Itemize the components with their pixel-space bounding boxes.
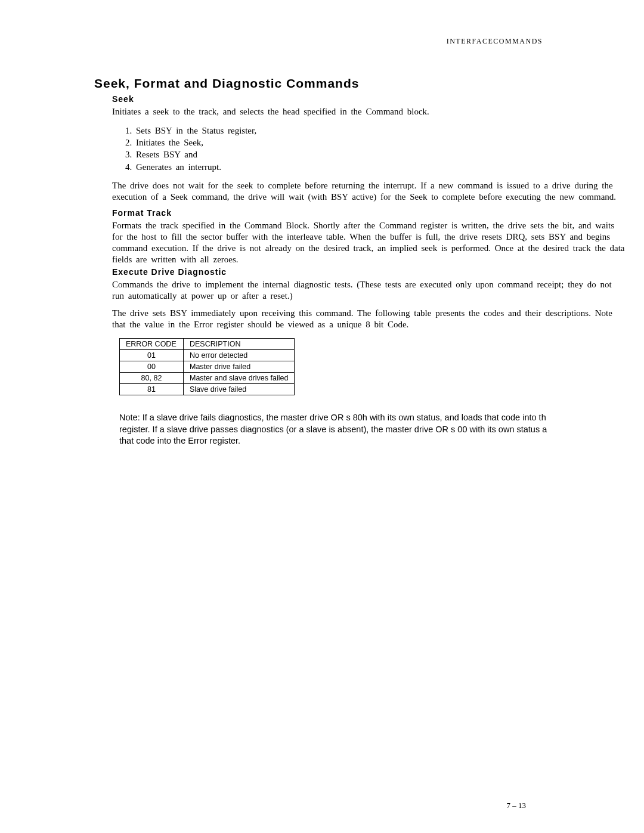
note-line: register. If a slave drive passes diagno… [119,424,549,436]
cell-desc: Master drive failed [184,361,295,373]
header-error-code: ERROR CODE [120,339,184,350]
seek-step: Initiates the Seek, [136,137,549,148]
cell-code: 01 [120,350,184,361]
page-number: 7 – 13 [507,801,527,810]
diag-p2: The drive sets BSY immediately upon rece… [112,308,625,330]
cell-code: 00 [120,361,184,373]
header-description: DESCRIPTION [184,339,295,350]
diag-p1: Commands the drive to implement the inte… [112,279,625,302]
seek-intro: Initiates a seek to the track, and selec… [112,106,625,117]
table-row: 00 Master drive failed [120,361,295,373]
seek-step: Generates an interrupt. [136,161,549,173]
error-code-table: ERROR CODE DESCRIPTION 01 No error detec… [119,338,295,395]
diagnostic-note: Note: If a slave drive fails diagnostics… [119,412,549,447]
cell-desc: Slave drive failed [184,384,295,395]
cell-code: 80, 82 [120,373,184,384]
seek-steps: Sets BSY in the Status register, Initiat… [125,125,549,173]
format-body: Formats the track specified in the Comma… [112,220,625,265]
note-line: Note: If a slave drive fails diagnostics… [119,412,549,424]
table-row: 01 No error detected [120,350,295,361]
seek-step: Sets BSY in the Status register, [136,125,549,137]
format-heading: Format Track [112,208,549,218]
seek-after: The drive does not wait for the seek to … [112,180,625,203]
table-row: 81 Slave drive failed [120,384,295,395]
diag-heading: Execute Drive Diagnostic [112,267,549,277]
seek-step: Resets BSY and [136,148,549,160]
cell-desc: No error detected [184,350,295,361]
cell-desc: Master and slave drives failed [184,373,295,384]
note-line: that code into the Error register. [119,435,549,447]
table-row: 80, 82 Master and slave drives failed [120,373,295,384]
table-header-row: ERROR CODE DESCRIPTION [120,339,295,350]
header-right: INTERFACECOMMANDS [447,37,543,46]
cell-code: 81 [120,384,184,395]
seek-heading: Seek [112,94,549,104]
page: INTERFACECOMMANDS Seek, Format and Diagn… [0,0,549,833]
page-title: Seek, Format and Diagnostic Commands [94,76,549,91]
